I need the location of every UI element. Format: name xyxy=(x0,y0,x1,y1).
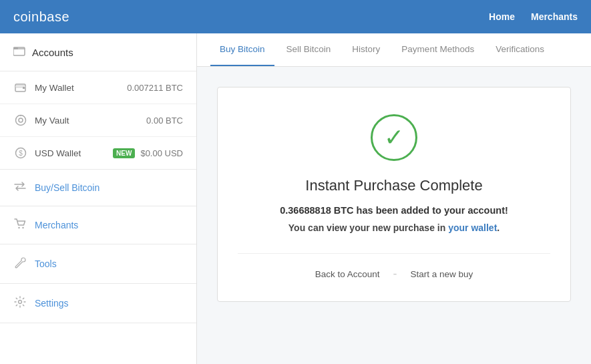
svg-rect-1 xyxy=(13,47,18,49)
buy-sell-label: Buy/Sell Bitcoin xyxy=(35,182,100,193)
folder-icon xyxy=(13,45,25,59)
tabs-bar: Buy Bitcoin Sell Bitcoin History Payment… xyxy=(197,33,591,67)
svg-point-11 xyxy=(22,227,23,228)
back-to-account-button[interactable]: Back to Account xyxy=(315,269,380,279)
success-icon-circle: ✓ xyxy=(371,114,417,161)
nav-home[interactable]: Home xyxy=(489,11,515,22)
sidebar-item-settings[interactable]: Settings xyxy=(0,284,196,323)
sidebar-item-my-vault[interactable]: My Vault 0.00 BTC xyxy=(0,104,196,137)
checkmark-icon: ✓ xyxy=(384,126,404,150)
svg-rect-4 xyxy=(23,87,25,89)
logo: coinbase xyxy=(13,9,69,25)
tools-icon xyxy=(13,256,27,271)
sidebar-item-my-wallet[interactable]: My Wallet 0.007211 BTC xyxy=(0,71,196,104)
success-card: ✓ Instant Purchase Complete 0.36688818 B… xyxy=(217,87,571,302)
tab-payment-methods[interactable]: Payment Methods xyxy=(392,33,483,66)
nav-merchants[interactable]: Merchants xyxy=(531,11,578,22)
sidebar-item-usd-wallet[interactable]: $ USD Wallet NEW $0.00 USD xyxy=(0,137,196,169)
new-badge: NEW xyxy=(113,148,135,158)
start-new-buy-button[interactable]: Start a new buy xyxy=(411,269,473,279)
svg-point-12 xyxy=(19,301,22,304)
gear-icon xyxy=(13,296,27,311)
wallet-icon xyxy=(13,80,28,95)
actions-divider: - xyxy=(393,267,397,281)
svg-point-10 xyxy=(18,227,19,228)
top-nav: coinbase Home Merchants xyxy=(0,0,591,33)
settings-label: Settings xyxy=(35,298,69,309)
exchange-icon xyxy=(13,182,27,194)
tab-sell-bitcoin[interactable]: Sell Bitcoin xyxy=(277,33,341,66)
svg-point-5 xyxy=(16,116,26,126)
cart-icon xyxy=(13,218,27,232)
success-view-line: You can view your new purchase in your w… xyxy=(238,222,550,233)
tab-history[interactable]: History xyxy=(343,33,389,66)
success-view-prefix: You can view your new purchase in xyxy=(288,222,448,233)
svg-text:$: $ xyxy=(19,150,23,157)
accounts-label: Accounts xyxy=(32,47,73,58)
my-wallet-value: 0.007211 BTC xyxy=(127,83,183,93)
layout: Accounts My Wallet 0.007211 BTC xyxy=(0,33,591,364)
tools-label: Tools xyxy=(35,258,57,269)
success-container: ✓ Instant Purchase Complete 0.36688818 B… xyxy=(197,67,591,322)
success-amount: 0.36688818 BTC has been added to your ac… xyxy=(238,205,550,216)
success-title: Instant Purchase Complete xyxy=(238,177,550,194)
sidebar-item-accounts[interactable]: Accounts xyxy=(0,33,196,71)
usd-icon: $ xyxy=(13,146,28,160)
top-nav-links: Home Merchants xyxy=(489,11,578,22)
my-vault-value: 0.00 BTC xyxy=(146,116,183,126)
merchants-label: Merchants xyxy=(35,220,78,230)
tab-verifications[interactable]: Verifications xyxy=(486,33,554,66)
your-wallet-link[interactable]: your wallet xyxy=(448,222,497,233)
vault-icon xyxy=(13,113,28,128)
svg-point-6 xyxy=(19,118,23,122)
sidebar-item-buy-sell-bitcoin[interactable]: Buy/Sell Bitcoin xyxy=(0,170,196,206)
sidebar: Accounts My Wallet 0.007211 BTC xyxy=(0,33,197,364)
success-view-suffix: . xyxy=(497,222,500,233)
sidebar-item-merchants[interactable]: Merchants xyxy=(0,206,196,244)
my-wallet-label: My Wallet xyxy=(35,83,127,93)
sidebar-item-tools[interactable]: Tools xyxy=(0,244,196,284)
usd-wallet-value: $0.00 USD xyxy=(140,148,183,158)
usd-wallet-label: USD Wallet xyxy=(35,148,113,158)
main-content: Buy Bitcoin Sell Bitcoin History Payment… xyxy=(197,33,591,364)
sidebar-wallet-list: My Wallet 0.007211 BTC My Vault 0.00 BTC xyxy=(0,71,196,170)
tab-buy-bitcoin[interactable]: Buy Bitcoin xyxy=(210,33,274,66)
my-vault-label: My Vault xyxy=(35,116,146,126)
success-actions: Back to Account - Start a new buy xyxy=(238,253,550,281)
